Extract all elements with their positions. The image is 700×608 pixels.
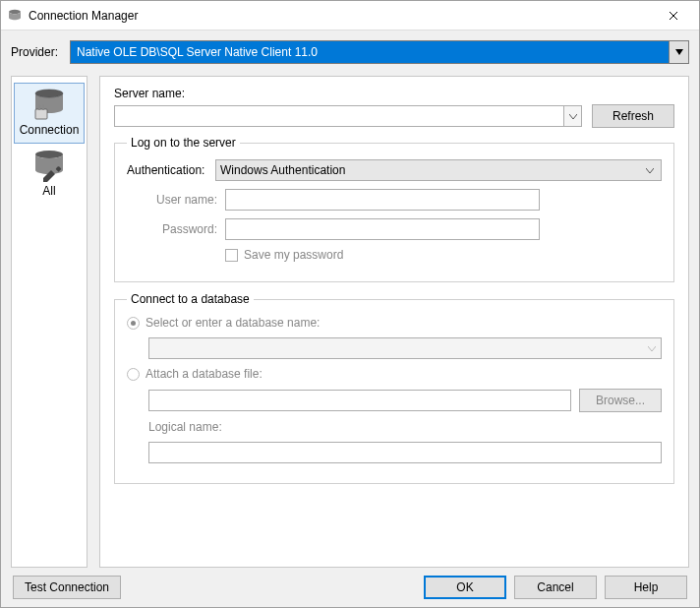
logical-name-input — [148, 442, 662, 463]
title-bar: Connection Manager — [1, 1, 699, 30]
close-button[interactable] — [654, 2, 693, 30]
provider-dropdown[interactable]: Native OLE DB\SQL Server Native Client 1… — [70, 40, 689, 64]
chevron-down-icon — [643, 160, 657, 180]
password-input — [225, 218, 540, 240]
refresh-button[interactable]: Refresh — [592, 104, 674, 128]
attach-file-label: Attach a database file: — [146, 367, 262, 381]
cancel-button[interactable]: Cancel — [514, 576, 597, 599]
client-area: Provider: Native OLE DB\SQL Server Nativ… — [1, 30, 699, 607]
select-db-radio[interactable] — [127, 317, 140, 330]
tab-label: Connection — [20, 123, 80, 137]
logon-legend: Log on to the server — [127, 136, 240, 150]
svg-point-0 — [9, 9, 21, 13]
dropdown-arrow-icon — [669, 41, 688, 63]
svg-rect-4 — [38, 104, 40, 110]
provider-value: Native OLE DB\SQL Server Native Client 1… — [77, 45, 318, 59]
database-wrench-icon — [29, 149, 69, 182]
tab-all[interactable]: All — [14, 144, 85, 205]
chevron-down-icon — [563, 106, 581, 126]
window-title: Connection Manager — [29, 9, 654, 23]
category-tabs: Connection All — [11, 76, 88, 568]
auth-value: Windows Authentication — [220, 163, 345, 177]
logon-group: Log on to the server Authentication: Win… — [114, 136, 674, 282]
body: Connection All Server name: — [11, 76, 689, 568]
svg-point-6 — [35, 151, 63, 158]
tab-connection[interactable]: Connection — [14, 83, 85, 144]
connection-manager-window: Connection Manager Provider: Native OLE … — [0, 0, 700, 608]
dialog-buttons: Test Connection OK Cancel Help — [11, 568, 689, 601]
attach-file-radio[interactable] — [127, 368, 140, 381]
chevron-down-icon — [643, 338, 661, 358]
username-input — [225, 189, 540, 211]
tab-label: All — [42, 184, 55, 198]
username-label: User name: — [127, 193, 225, 207]
database-plug-icon — [29, 88, 69, 121]
select-db-label: Select or enter a database name: — [146, 316, 320, 330]
server-name-combo[interactable] — [114, 105, 582, 127]
browse-button: Browse... — [579, 389, 662, 412]
help-button[interactable]: Help — [605, 576, 687, 599]
authentication-select[interactable]: Windows Authentication — [215, 159, 662, 181]
ok-button[interactable]: OK — [424, 576, 506, 599]
database-name-combo[interactable] — [148, 337, 662, 359]
password-label: Password: — [127, 222, 225, 236]
provider-row: Provider: Native OLE DB\SQL Server Nativ… — [11, 40, 689, 64]
database-legend: Connect to a database — [127, 292, 254, 306]
test-connection-button[interactable]: Test Connection — [13, 576, 121, 599]
svg-rect-3 — [35, 109, 47, 119]
save-password-label: Save my password — [244, 248, 343, 262]
close-icon — [669, 11, 678, 21]
provider-label: Provider: — [11, 45, 70, 59]
auth-label: Authentication: — [127, 163, 215, 177]
attach-file-input — [148, 390, 571, 411]
svg-rect-5 — [42, 104, 44, 110]
app-icon — [7, 8, 23, 24]
database-group: Connect to a database Select or enter a … — [114, 292, 674, 484]
server-name-label: Server name: — [114, 87, 674, 100]
save-password-checkbox — [225, 249, 238, 262]
logical-name-label: Logical name: — [148, 420, 222, 434]
connection-panel: Server name: Refresh Log on to the serve… — [99, 76, 689, 568]
